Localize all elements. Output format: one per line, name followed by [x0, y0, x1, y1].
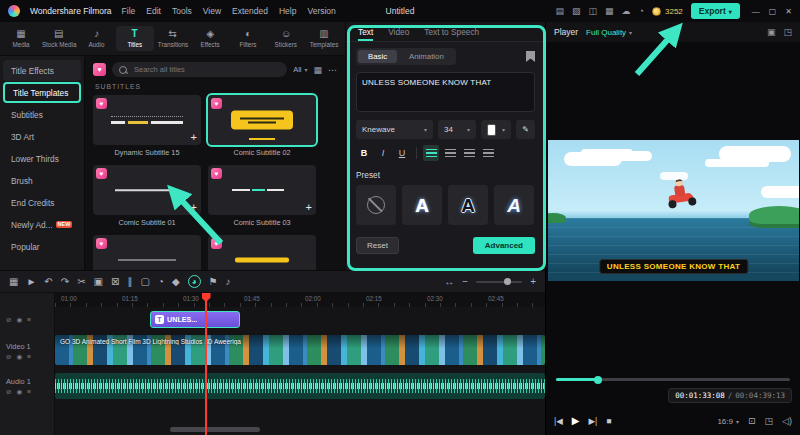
next-frame-button[interactable]: ▶|	[588, 417, 597, 426]
favorites-folder-icon[interactable]: ♥	[93, 63, 106, 76]
audio-clip[interactable]	[55, 373, 545, 399]
play-button[interactable]: ▶	[572, 416, 580, 426]
marker-icon[interactable]: ⚑	[209, 277, 218, 287]
tab-text-to-speech[interactable]: Text to Speech	[424, 27, 479, 41]
tab-effects[interactable]: ◈ Effects	[191, 26, 229, 51]
underline-button[interactable]: U	[394, 145, 410, 161]
favorite-heart-icon[interactable]: ♥	[96, 98, 107, 109]
menu-file[interactable]: File	[122, 6, 136, 16]
template-item[interactable]: ♥	[208, 235, 316, 270]
delete-icon[interactable]: ⊠	[111, 277, 119, 287]
sidebar-item-end-credits[interactable]: End Credits	[3, 192, 81, 213]
bookmark-icon[interactable]	[526, 51, 535, 62]
text-color-picker[interactable]: ▾	[481, 120, 511, 139]
export-button[interactable]: Export ▾	[691, 3, 740, 19]
tab-media[interactable]: ▦ Media	[2, 26, 40, 51]
template-item-comic-subtitle-03[interactable]: ♥ + Comic Subtitle 03	[208, 165, 316, 227]
sidebar-item-brush[interactable]: Brush	[3, 170, 81, 191]
copy-icon[interactable]: ▣	[94, 277, 103, 287]
tab-templates[interactable]: ▥ Templates	[305, 26, 343, 51]
tab-video[interactable]: Video	[388, 27, 409, 41]
reset-button[interactable]: Reset	[356, 237, 399, 254]
search-input[interactable]	[132, 64, 280, 75]
tab-text[interactable]: Text	[358, 27, 373, 41]
sidebar-item-3d-art[interactable]: 3D Art	[3, 126, 81, 147]
options-icon[interactable]: ≡	[27, 388, 31, 396]
search-box[interactable]	[112, 62, 287, 77]
add-to-timeline-button[interactable]: +	[191, 132, 197, 143]
zoom-slider[interactable]	[476, 281, 522, 283]
scissors-icon[interactable]: ✂	[77, 277, 85, 287]
tab-filters[interactable]: ◐ Filters	[229, 26, 267, 51]
tab-audio[interactable]: ♪ Audio	[78, 26, 116, 51]
lock-icon[interactable]: ⊘	[6, 388, 11, 396]
tab-titles[interactable]: T Titles	[116, 26, 154, 51]
sidebar-item-newly-added[interactable]: Newly Ad... NEW	[3, 214, 81, 235]
mute-icon[interactable]: ◉	[16, 388, 22, 396]
video-preview[interactable]: UNLESS SOMEONE KNOW THAT	[548, 140, 799, 281]
align-center-button[interactable]	[442, 145, 458, 161]
playhead[interactable]	[205, 293, 207, 435]
aspect-ratio-dropdown[interactable]: 16:9 ▾	[717, 417, 739, 426]
zoom-in-icon[interactable]: +	[530, 277, 536, 287]
voiceover-icon[interactable]: ♪	[226, 277, 231, 287]
chroma-key-icon[interactable]: ◕	[188, 275, 201, 288]
notifications-icon[interactable]: ◔	[639, 7, 644, 16]
preset-style-3[interactable]: A	[494, 185, 534, 225]
video-clip[interactable]: GO 3D Animated Short Film 3D Lightning S…	[55, 335, 545, 365]
menu-edit[interactable]: Edit	[146, 6, 161, 16]
favorite-heart-icon[interactable]: ♥	[211, 98, 222, 109]
tab-stock-media[interactable]: ▤ Stock Media	[40, 26, 78, 51]
subtab-basic[interactable]: Basic	[358, 50, 397, 63]
lock-icon[interactable]: ⊘	[6, 353, 11, 361]
detach-player-icon[interactable]: ◳	[783, 27, 792, 37]
speed-icon[interactable]: ◔	[158, 277, 164, 287]
align-left-button[interactable]	[423, 145, 439, 161]
timeline-ruler[interactable]: 01:00 01:15 01:30 01:45 02:00 02:15 02:3…	[55, 293, 545, 307]
split-icon[interactable]: ∥	[127, 277, 132, 287]
fit-screen-icon[interactable]: ◳	[765, 416, 774, 426]
add-to-timeline-button[interactable]: +	[306, 202, 312, 213]
preset-none[interactable]	[356, 185, 396, 225]
shortcuts-icon[interactable]: ▧	[572, 7, 581, 16]
font-family-dropdown[interactable]: Knewave ▾	[356, 120, 433, 139]
visibility-icon[interactable]: ◉	[16, 353, 22, 361]
stop-button[interactable]: ■	[606, 417, 611, 426]
quality-dropdown[interactable]: Full Quality ▾	[586, 28, 632, 37]
sidebar-item-title-templates[interactable]: Title Templates	[3, 82, 81, 103]
screen-record-icon[interactable]: ▦	[605, 7, 614, 16]
layout-icon[interactable]: ◫	[589, 7, 598, 16]
undo-icon[interactable]: ↶	[44, 277, 52, 287]
grid-view-icon[interactable]: ▦	[313, 65, 322, 75]
add-to-timeline-button[interactable]: +	[191, 202, 197, 213]
redo-icon[interactable]: ↷	[61, 277, 69, 287]
options-icon[interactable]: ≡	[27, 353, 31, 361]
subtab-animation[interactable]: Animation	[399, 50, 454, 63]
menu-version[interactable]: Version	[307, 6, 335, 16]
timeline-scrollbar[interactable]	[170, 427, 260, 432]
sidebar-item-title-effects[interactable]: Title Effects	[3, 60, 81, 81]
manage-tracks-icon[interactable]: ▦	[9, 277, 18, 287]
seek-bar[interactable]	[556, 378, 790, 381]
lock-icon[interactable]: ⊘	[6, 316, 11, 324]
favorite-heart-icon[interactable]: ♥	[211, 238, 222, 249]
italic-button[interactable]: I	[375, 145, 391, 161]
dual-display-icon[interactable]: ▣	[767, 27, 776, 37]
options-icon[interactable]: ≡	[27, 316, 31, 324]
favorite-heart-icon[interactable]: ♥	[96, 238, 107, 249]
favorite-heart-icon[interactable]: ♥	[211, 168, 222, 179]
advanced-button[interactable]: Advanced	[473, 237, 535, 254]
minimize-button[interactable]: —	[752, 7, 760, 16]
menu-help[interactable]: Help	[279, 6, 296, 16]
template-item[interactable]: ♥	[93, 235, 201, 270]
pointer-tool-icon[interactable]: ►	[26, 277, 36, 287]
favorite-heart-icon[interactable]: ♥	[96, 168, 107, 179]
seek-handle[interactable]	[594, 376, 602, 384]
sidebar-item-popular[interactable]: Popular	[3, 236, 81, 257]
maximize-button[interactable]: ▢	[769, 7, 777, 16]
close-button[interactable]: ✕	[785, 7, 792, 16]
crop-icon[interactable]: ▢	[140, 277, 149, 287]
tab-stickers[interactable]: ☺ Stickers	[267, 26, 305, 51]
template-item-comic-subtitle-01[interactable]: ♥ + Comic Subtitle 01	[93, 165, 201, 227]
sidebar-item-lower-thirds[interactable]: Lower Thirds	[3, 148, 81, 169]
